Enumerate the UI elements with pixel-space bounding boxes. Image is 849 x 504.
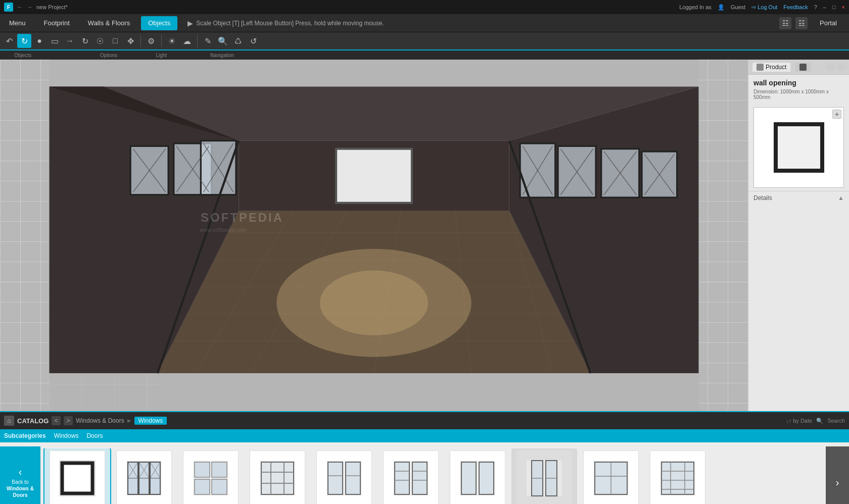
menu-item-footprint[interactable]: Footprint	[35, 14, 79, 32]
app-icon: F	[4, 3, 13, 12]
catalog-back-button[interactable]: ‹ Back to Windows & Doors	[0, 446, 40, 504]
breadcrumb-windows-doors[interactable]: Windows & Doors	[76, 417, 124, 424]
catalog-scroll-area: ‹ Back to Windows & Doors wall opening	[0, 442, 849, 504]
toolbar-labels: Objects Options Light Navigation	[0, 51, 849, 60]
select-tool[interactable]: ↶	[2, 34, 16, 48]
svg-rect-80	[395, 462, 409, 494]
rotate-tool[interactable]: ↻	[17, 34, 31, 48]
layout-icon[interactable]: ☷	[779, 17, 791, 29]
svg-rect-66	[195, 479, 210, 494]
svg-text:www.softpedia.com: www.softpedia.com	[199, 227, 246, 233]
breadcrumb-windows[interactable]: Windows	[134, 417, 167, 425]
titlebar-left: F ← → new Project*	[4, 3, 68, 12]
svg-rect-64	[195, 462, 210, 477]
catalog-nav-forward[interactable]: >	[64, 416, 73, 425]
catalog-breadcrumb: Windows & Doors ► Windows	[76, 417, 167, 425]
panel-settings-btn[interactable]: ⚙	[837, 63, 845, 71]
light-tool[interactable]: ☀	[165, 34, 179, 48]
feedback-link[interactable]: Feedback	[783, 4, 808, 10]
orbit-tool[interactable]: ●	[32, 34, 46, 48]
catalog-panel: ⌂ CATALOG < > Windows & Doors ► Windows …	[0, 411, 849, 504]
glass-front-image	[116, 450, 172, 504]
product-preview: +	[753, 107, 844, 188]
search-icon[interactable]: 🔍	[816, 418, 823, 424]
toolbar-sep-1	[140, 35, 141, 47]
username: Guest	[731, 4, 745, 10]
nav-zoom-tool[interactable]: 🔍	[216, 34, 230, 48]
product-title: wall opening	[748, 75, 849, 88]
menu-item-objects[interactable]: Objects	[141, 16, 177, 30]
tile-windows-image	[183, 450, 239, 504]
3d-viewport[interactable]: SOFTPEDIA www.softpedia.com	[0, 60, 748, 411]
logout-link[interactable]: ⇨ Log Out	[751, 4, 777, 11]
catalog-item-wall-opening[interactable]: wall opening	[44, 448, 110, 504]
project-name: new Project*	[36, 4, 68, 10]
view-tool[interactable]: ☉	[93, 34, 107, 48]
titlebar: F ← → new Project* Logged In as 👤 Guest …	[0, 0, 849, 14]
history-tab[interactable]	[795, 63, 811, 72]
subcat-doors[interactable]: Doors	[86, 432, 103, 439]
panel-info-btn[interactable]: i	[827, 63, 835, 71]
catalog-nav-back[interactable]: <	[52, 416, 61, 425]
svg-rect-69	[261, 462, 294, 494]
nav-reset-tool[interactable]: ♺	[231, 34, 245, 48]
einfach2-image	[650, 450, 705, 504]
sort-label[interactable]: ↓↑ by Date	[786, 418, 812, 424]
measure-tool[interactable]: ✥	[123, 34, 137, 48]
minimize-btn[interactable]: –	[823, 4, 826, 10]
catalog-label: CATALOG	[17, 417, 49, 425]
search-label[interactable]: Search	[827, 418, 845, 424]
catalog-item-einfach[interactable]: Einfachfenster	[578, 448, 644, 504]
details-toggle[interactable]: ▲	[838, 194, 844, 201]
catalog-item-doppel-hoch[interactable]: Doppelfenster hoch	[511, 448, 577, 504]
perspective-tool[interactable]: ▭	[48, 34, 62, 48]
catalog-home-icon[interactable]: ⌂	[4, 416, 14, 426]
product-panel: Product i ⚙ wall opening Dimension: 1000…	[748, 60, 849, 411]
subcat-windows[interactable]: Windows	[54, 432, 79, 439]
back-text: Back to Windows & Doors	[4, 479, 36, 498]
einfach-image	[583, 450, 639, 504]
catalog-item-doppel1[interactable]: Doppelfenster mit De	[311, 448, 377, 504]
menu-item-menu[interactable]: Menu	[0, 14, 35, 32]
tl-light[interactable]: Light	[142, 53, 181, 58]
nav-hand-tool[interactable]: ✎	[201, 34, 215, 48]
restore-btn[interactable]: □	[832, 4, 836, 10]
tl-options[interactable]: Options	[86, 53, 131, 58]
nav-undo-tool[interactable]: ↺	[246, 34, 260, 48]
portal-btn[interactable]: Portal	[812, 19, 845, 27]
nav-forward[interactable]: →	[27, 4, 32, 10]
catalog-item-glass-front[interactable]: glass front	[111, 448, 177, 504]
settings-tool[interactable]: ⚙	[144, 34, 158, 48]
svg-rect-75	[328, 462, 343, 494]
status-bar: ▶ Scale Object [T] [Left Mouse Button] P…	[179, 19, 779, 27]
catalog-item-tile-windows[interactable]: tile windows	[178, 448, 244, 504]
doppel1-image	[316, 450, 372, 504]
tl-objects[interactable]: Objects	[0, 53, 45, 58]
menu-item-walls-floors[interactable]: Walls & Floors	[79, 14, 139, 32]
wireframe-tool[interactable]: □	[108, 34, 122, 48]
catalog-item-doppel2[interactable]: Doppelfenster mit De	[378, 448, 444, 504]
close-btn[interactable]: ×	[842, 4, 845, 10]
product-tab-label: Product	[766, 64, 786, 71]
doppel3-image	[450, 450, 505, 504]
catalog-scroll-right[interactable]: ›	[826, 446, 849, 504]
menubar: Menu Footprint Walls & Floors Objects ▶ …	[0, 14, 849, 32]
catalog-item-doppel3[interactable]: Doppelfenster	[445, 448, 510, 504]
svg-rect-65	[212, 462, 227, 477]
curtain-wall-image	[250, 450, 305, 504]
pan-tool[interactable]: ↻	[78, 34, 92, 48]
product-add-btn[interactable]: +	[832, 110, 841, 119]
svg-rect-88	[479, 462, 494, 494]
grid-icon[interactable]: ☷	[795, 17, 808, 29]
help-btn[interactable]: ?	[814, 4, 817, 10]
product-tab[interactable]: Product	[752, 63, 790, 72]
move-tool[interactable]: →	[63, 34, 77, 48]
catalog-right-controls: ↓↑ by Date 🔍 Search	[786, 418, 845, 424]
tl-navigation[interactable]: Navigation	[196, 53, 248, 58]
nav-back[interactable]: ←	[17, 4, 23, 10]
catalog-item-einfach2[interactable]: Einfachspros...	[645, 448, 711, 504]
svg-rect-67	[212, 479, 227, 494]
light-add-tool[interactable]: ☁	[180, 34, 194, 48]
toolbar-sep-3	[197, 35, 198, 47]
catalog-item-curtain-wall[interactable]: Curtain wall	[245, 448, 310, 504]
